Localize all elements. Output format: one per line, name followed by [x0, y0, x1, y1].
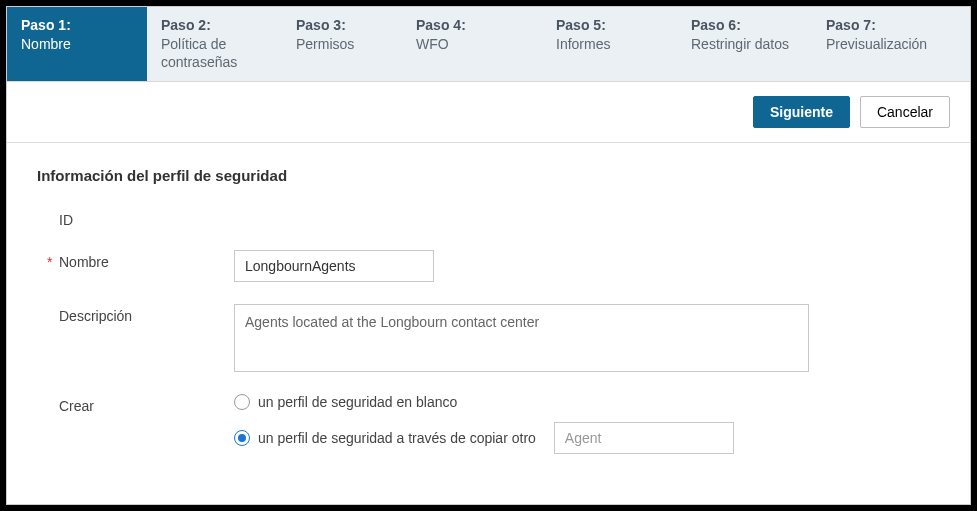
form-section: Información del perfil de seguridad ID N… [7, 143, 970, 500]
radio-blank-label: un perfil de seguridad en blanco [258, 394, 457, 410]
description-row: Descripción [37, 304, 940, 372]
id-label: ID [59, 208, 234, 228]
step-7-title: Paso 7: [826, 17, 927, 33]
step-5[interactable]: Paso 5: Informes [542, 7, 677, 81]
step-1-title: Paso 1: [21, 17, 133, 33]
step-4[interactable]: Paso 4: WFO [402, 7, 542, 81]
step-5-sub: Informes [556, 35, 663, 53]
description-label: Descripción [59, 304, 234, 324]
create-label: Crear [59, 394, 234, 414]
action-bar: Siguiente Cancelar [7, 82, 970, 143]
step-2-title: Paso 2: [161, 17, 268, 33]
create-radio-group: un perfil de seguridad en blanco un perf… [234, 394, 734, 454]
id-row: ID [37, 208, 940, 228]
section-title: Información del perfil de seguridad [37, 167, 940, 184]
name-input[interactable] [234, 250, 434, 282]
next-button[interactable]: Siguiente [753, 96, 850, 128]
step-5-title: Paso 5: [556, 17, 663, 33]
radio-copy-label: un perfil de seguridad a través de copia… [258, 430, 536, 446]
wizard-container: Paso 1: Nombre Paso 2: Política de contr… [6, 6, 971, 505]
wizard-steps: Paso 1: Nombre Paso 2: Política de contr… [7, 7, 970, 82]
step-7-sub: Previsualización [826, 35, 927, 53]
step-3-title: Paso 3: [296, 17, 388, 33]
cancel-button[interactable]: Cancelar [860, 96, 950, 128]
create-row: Crear un perfil de seguridad en blanco u… [37, 394, 940, 454]
name-row: Nombre [37, 250, 940, 282]
step-4-sub: WFO [416, 35, 528, 53]
radio-blank-item[interactable]: un perfil de seguridad en blanco [234, 394, 734, 410]
step-3[interactable]: Paso 3: Permisos [282, 7, 402, 81]
copy-source-select[interactable]: Agent [554, 422, 734, 454]
radio-blank[interactable] [234, 394, 250, 410]
radio-copy[interactable] [234, 430, 250, 446]
step-7[interactable]: Paso 7: Previsualización [812, 7, 941, 81]
step-4-title: Paso 4: [416, 17, 528, 33]
step-6[interactable]: Paso 6: Restringir datos [677, 7, 812, 81]
step-1-sub: Nombre [21, 35, 133, 53]
step-6-title: Paso 6: [691, 17, 798, 33]
step-6-sub: Restringir datos [691, 35, 798, 53]
step-1[interactable]: Paso 1: Nombre [7, 7, 147, 81]
description-input[interactable] [234, 304, 809, 372]
step-2-sub: Política de contraseñas [161, 35, 268, 71]
step-3-sub: Permisos [296, 35, 388, 53]
radio-copy-item[interactable]: un perfil de seguridad a través de copia… [234, 422, 734, 454]
step-2[interactable]: Paso 2: Política de contraseñas [147, 7, 282, 81]
name-label: Nombre [59, 250, 234, 270]
